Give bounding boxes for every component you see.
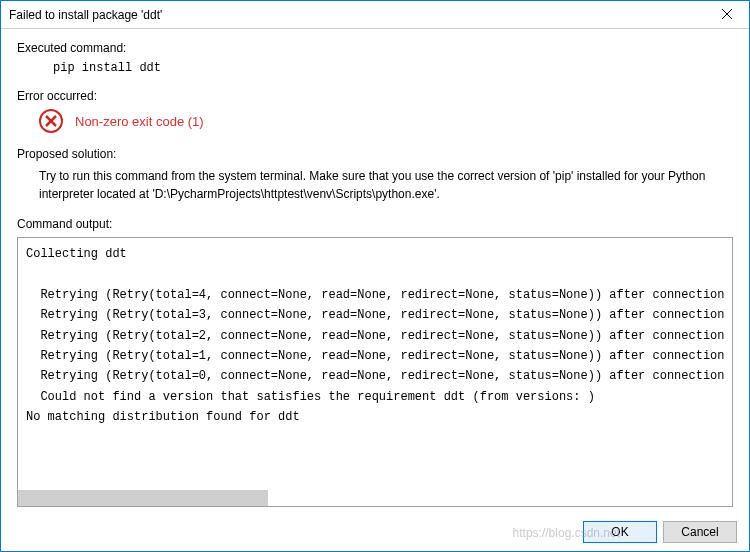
ok-button[interactable]: OK	[583, 521, 657, 543]
command-output-box[interactable]: Collecting ddt Retrying (Retry(total=4, …	[17, 237, 733, 507]
error-icon	[39, 109, 63, 133]
executed-command-label: Executed command:	[17, 41, 733, 55]
cancel-button[interactable]: Cancel	[663, 521, 737, 543]
error-message: Non-zero exit code (1)	[75, 114, 204, 129]
horizontal-scrollbar[interactable]	[18, 490, 268, 506]
button-row: OK Cancel	[1, 517, 749, 551]
command-output-label: Command output:	[17, 217, 733, 231]
proposed-solution-text: Try to run this command from the system …	[39, 167, 723, 203]
command-output-text: Collecting ddt Retrying (Retry(total=4, …	[26, 247, 733, 424]
dialog-window: Failed to install package 'ddt' Executed…	[0, 0, 750, 552]
titlebar: Failed to install package 'ddt'	[1, 1, 749, 29]
close-icon	[722, 8, 732, 22]
dialog-content: Executed command: pip install ddt Error …	[1, 29, 749, 517]
window-title: Failed to install package 'ddt'	[9, 8, 162, 22]
error-row: Non-zero exit code (1)	[39, 109, 733, 133]
close-button[interactable]	[705, 1, 749, 29]
executed-command-text: pip install ddt	[53, 61, 733, 75]
proposed-solution-label: Proposed solution:	[17, 147, 733, 161]
error-occurred-label: Error occurred:	[17, 89, 733, 103]
